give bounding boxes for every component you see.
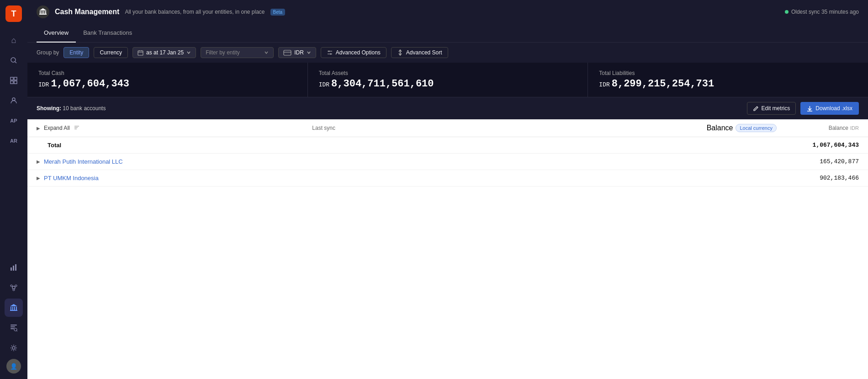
user-avatar[interactable]: 👤 <box>6 359 21 374</box>
date-filter[interactable]: as at 17 Jan 25 <box>132 47 196 58</box>
tabs-bar: Overview Bank Transactions <box>27 24 868 43</box>
group-by-currency-button[interactable]: Currency <box>94 47 128 58</box>
showing-value: 10 bank accounts <box>63 105 106 112</box>
topbar: Cash Management All your bank balances, … <box>27 0 868 24</box>
sidebar-item-data-search[interactable] <box>5 319 23 337</box>
svg-rect-29 <box>43 11 44 14</box>
sidebar-item-ar[interactable]: AR <box>5 132 23 150</box>
metric-total-liabilities-value: IDR8,299,215,254,731 <box>599 78 857 90</box>
sidebar-item-analytics[interactable] <box>5 258 23 277</box>
idr-label: IDR <box>850 125 859 131</box>
currency-value: IDR <box>294 49 304 56</box>
balance-idr-label: Balance <box>829 125 848 131</box>
svg-rect-20 <box>11 325 17 326</box>
metric-total-assets-value: IDR8,304,711,561,610 <box>319 78 577 90</box>
sidebar-item-cash-management[interactable] <box>5 299 23 317</box>
download-icon <box>807 106 813 112</box>
expand-all-label[interactable]: Expand All <box>44 125 70 131</box>
last-sync-label: Last sync <box>312 125 335 131</box>
svg-point-6 <box>12 98 15 101</box>
sidebar-item-connections[interactable] <box>5 278 23 297</box>
svg-rect-8 <box>13 266 14 271</box>
sync-text: Oldest sync 35 minutes ago <box>791 9 859 15</box>
svg-line-24 <box>16 331 17 331</box>
info-bar: Showing: 10 bank accounts Edit metrics D… <box>27 97 868 119</box>
svg-rect-9 <box>15 264 16 271</box>
sidebar-item-settings[interactable] <box>5 339 23 357</box>
people-icon <box>10 97 17 104</box>
svg-point-10 <box>12 286 15 289</box>
total-label: Total <box>48 142 61 149</box>
metric-total-assets-currency: IDR <box>319 81 329 88</box>
sort-icon <box>397 49 403 56</box>
row-total-balance: 1,067,604,343 <box>786 142 859 149</box>
sidebar-item-ap[interactable]: AP <box>5 112 23 130</box>
download-label: Download .xlsx <box>815 105 852 112</box>
calendar-icon <box>138 50 143 56</box>
download-button[interactable]: Download .xlsx <box>800 102 859 115</box>
svg-rect-5 <box>14 81 17 84</box>
svg-rect-27 <box>40 11 41 14</box>
currency-chevron-icon <box>307 50 311 55</box>
tab-bank-transactions[interactable]: Bank Transactions <box>76 24 139 43</box>
local-currency-badge: Local currency <box>736 124 777 132</box>
entity-link[interactable]: PT UMKM Indonesia <box>44 175 99 181</box>
showing-label: Showing: <box>37 105 61 112</box>
svg-point-13 <box>13 289 15 291</box>
edit-metrics-button[interactable]: Edit metrics <box>747 102 796 115</box>
table-area: ▶ Expand All Last sync Balance Local cur… <box>27 119 868 379</box>
svg-rect-21 <box>11 326 15 327</box>
currency-filter[interactable]: IDR <box>278 47 316 58</box>
row-entity1-balance: 165,420,877 <box>786 158 859 165</box>
col-sort-icon[interactable] <box>74 124 80 132</box>
group-by-entity-button[interactable]: Entity <box>64 47 89 58</box>
svg-rect-16 <box>12 307 13 310</box>
page-subtitle: All your bank balances, from all your en… <box>125 9 265 15</box>
data-search-icon <box>10 324 17 331</box>
svg-marker-19 <box>10 304 17 306</box>
metric-total-cash-label: Total Cash <box>38 70 296 76</box>
sync-indicator <box>785 10 789 14</box>
svg-point-41 <box>330 53 331 55</box>
metric-total-cash-currency: IDR <box>38 81 49 88</box>
sidebar-item-search[interactable] <box>5 51 23 69</box>
edit-metrics-label: Edit metrics <box>762 105 790 112</box>
row-expand-icon[interactable]: ▶ <box>37 159 40 164</box>
svg-rect-17 <box>14 307 15 310</box>
sidebar: T ⌂ AP AR <box>0 0 27 379</box>
pencil-icon <box>753 106 759 112</box>
svg-point-25 <box>12 347 15 349</box>
topbar-logo <box>37 5 49 18</box>
row-expand-icon[interactable]: ▶ <box>37 176 40 181</box>
metric-total-liabilities: Total Liabilities IDR8,299,215,254,731 <box>588 63 868 97</box>
advanced-options-label: Advanced Options <box>336 49 381 56</box>
sidebar-item-home[interactable]: ⌂ <box>5 31 23 49</box>
info-actions: Edit metrics Download .xlsx <box>747 102 859 115</box>
col-balance-idr-header: Balance IDR <box>786 125 859 131</box>
connections-icon <box>10 284 17 291</box>
metric-total-cash: Total Cash IDR1,067,604,343 <box>27 63 308 97</box>
svg-rect-30 <box>45 11 46 14</box>
advanced-options-button[interactable]: Advanced Options <box>321 47 386 58</box>
entity-link[interactable]: Merah Putih International LLC <box>44 158 123 165</box>
main-content: Cash Management All your bank balances, … <box>27 0 868 379</box>
controls-bar: Group by Entity Currency as at 17 Jan 25… <box>27 43 868 63</box>
row-entity2-balance: 902,183,466 <box>786 175 859 181</box>
entity-filter[interactable]: Filter by entity <box>201 47 274 58</box>
table-header: ▶ Expand All Last sync Balance Local cur… <box>27 119 868 137</box>
topbar-bank-icon <box>39 8 47 16</box>
svg-rect-26 <box>39 14 47 15</box>
sync-status: Oldest sync 35 minutes ago <box>785 9 859 15</box>
col-sync-header: Last sync <box>312 125 431 131</box>
table-row: ▶ PT UMKM Indonesia 902,183,466 <box>27 170 868 187</box>
advanced-sort-button[interactable]: Advanced Sort <box>391 47 448 58</box>
svg-rect-28 <box>42 11 42 14</box>
page-title: Cash Management <box>55 8 119 16</box>
currency-card-icon <box>283 50 291 56</box>
expand-all-arrow[interactable]: ▶ <box>37 126 40 131</box>
sidebar-item-people[interactable] <box>5 91 23 110</box>
sidebar-item-grid[interactable] <box>5 71 23 90</box>
tab-overview[interactable]: Overview <box>37 24 76 43</box>
showing-text: Showing: 10 bank accounts <box>37 105 106 112</box>
metric-total-cash-value: IDR1,067,604,343 <box>38 78 296 90</box>
